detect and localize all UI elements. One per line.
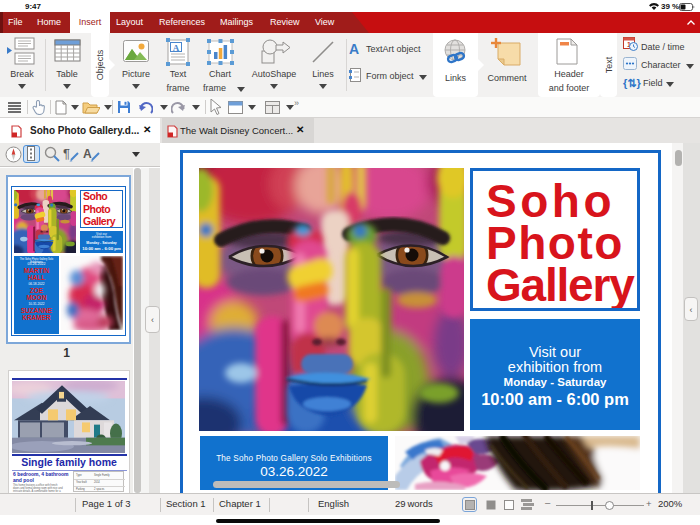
svg-text:¶: ¶ — [63, 146, 70, 161]
svg-text:Monday - Saturday: Monday - Saturday — [504, 376, 607, 388]
svg-text:Visit our: Visit our — [529, 344, 581, 360]
svg-text:A: A — [173, 43, 180, 53]
svg-text:The Soho Photo Gallery Solo Ex: The Soho Photo Gallery Solo Exhibitions — [216, 454, 372, 463]
svg-text:10:00 am - 6:00 pm: 10:00 am - 6:00 pm — [481, 390, 629, 408]
svg-text:Gallery: Gallery — [486, 259, 635, 308]
svg-text:03.26.2022: 03.26.2022 — [260, 464, 328, 479]
svg-text:A: A — [83, 147, 92, 161]
svg-text:exhibition from: exhibition from — [508, 359, 602, 375]
